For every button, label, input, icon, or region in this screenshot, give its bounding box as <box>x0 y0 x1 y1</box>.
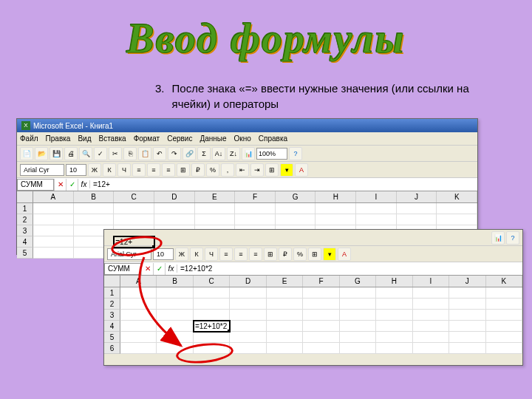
italic-button[interactable]: К <box>103 163 116 177</box>
bold-button[interactable]: Ж <box>175 248 188 261</box>
col-c[interactable]: C <box>114 191 154 202</box>
confirm-icon[interactable]: ✓ <box>153 263 165 275</box>
col-g[interactable]: G <box>276 191 316 202</box>
col-e[interactable]: E <box>267 276 303 287</box>
formula-input[interactable]: =12+10*2 <box>177 265 522 273</box>
help-button[interactable]: ? <box>506 231 519 245</box>
align-left-button[interactable]: ≡ <box>219 248 233 261</box>
menu-insert[interactable]: Вставка <box>98 134 126 143</box>
col-d[interactable]: D <box>230 276 266 287</box>
sum-button[interactable]: Σ <box>197 147 211 160</box>
cancel-icon[interactable]: ✕ <box>141 263 153 275</box>
row-1[interactable]: 1 <box>17 203 33 214</box>
open-button[interactable]: 📂 <box>35 147 48 160</box>
link-button[interactable]: 🔗 <box>183 147 196 160</box>
align-right-button[interactable]: ≡ <box>249 248 262 261</box>
name-box[interactable]: СУММ <box>17 179 54 191</box>
menu-help[interactable]: Справка <box>259 134 287 143</box>
align-right-button[interactable]: ≡ <box>162 163 175 177</box>
preview-button[interactable]: 🔍 <box>79 147 92 160</box>
fill-color-button[interactable]: ▾ <box>323 248 336 261</box>
align-center-button[interactable]: ≡ <box>147 163 160 177</box>
col-j[interactable]: J <box>449 276 485 287</box>
menu-data[interactable]: Данные <box>200 134 226 143</box>
align-left-button[interactable]: ≡ <box>132 163 146 177</box>
help-button[interactable]: ? <box>289 147 302 160</box>
row-5[interactable]: 5 <box>17 248 33 259</box>
cut-button[interactable]: ✂ <box>109 147 122 160</box>
font-size-box[interactable]: 10 <box>66 164 86 176</box>
col-f[interactable]: F <box>235 191 276 202</box>
row-5[interactable]: 5 <box>104 332 120 343</box>
underline-button[interactable]: Ч <box>205 248 218 261</box>
spell-button[interactable]: ✓ <box>94 147 107 160</box>
col-j[interactable]: J <box>397 191 437 202</box>
select-all-corner[interactable] <box>104 276 120 287</box>
col-k[interactable]: K <box>437 191 477 202</box>
save-button[interactable]: 💾 <box>50 147 63 160</box>
percent-button[interactable]: % <box>206 163 219 177</box>
currency-button[interactable]: ₽ <box>279 248 292 261</box>
merge-button[interactable]: ⊞ <box>264 248 277 261</box>
row-6[interactable]: 6 <box>104 343 120 354</box>
col-h[interactable]: H <box>316 191 356 202</box>
menu-file[interactable]: Файл <box>20 134 38 143</box>
menu-view[interactable]: Вид <box>78 134 91 143</box>
chart-button[interactable]: 📊 <box>242 147 255 160</box>
row-3[interactable]: 3 <box>17 225 33 236</box>
col-b[interactable]: B <box>157 276 193 287</box>
borders-button[interactable]: ⊞ <box>265 163 279 177</box>
row-1[interactable]: 1 <box>104 287 120 299</box>
row-4[interactable]: 4 <box>104 321 120 332</box>
percent-button[interactable]: % <box>293 248 307 261</box>
sort-desc-button[interactable]: Z↓ <box>227 147 240 160</box>
italic-button[interactable]: К <box>190 248 203 261</box>
confirm-icon[interactable]: ✓ <box>66 179 78 191</box>
merge-button[interactable]: ⊞ <box>177 163 190 177</box>
menu-window[interactable]: Окно <box>234 134 251 143</box>
col-b[interactable]: B <box>74 191 115 202</box>
active-cell-c4[interactable]: =12+ <box>114 236 154 248</box>
comma-button[interactable]: , <box>221 163 234 177</box>
select-all-corner[interactable] <box>17 191 33 202</box>
bold-button[interactable]: Ж <box>88 163 101 177</box>
font-size-box[interactable]: 10 <box>153 248 174 260</box>
font-name-box[interactable]: Arial Cyr <box>107 248 151 260</box>
col-i[interactable]: I <box>356 191 397 202</box>
col-i[interactable]: I <box>413 276 449 287</box>
indent-dec-button[interactable]: ⇤ <box>236 163 249 177</box>
formula-input[interactable]: =12+ <box>89 180 477 188</box>
active-cell-c4[interactable]: =12+10*2 <box>194 321 230 332</box>
sort-asc-button[interactable]: A↓ <box>212 147 225 160</box>
row-2[interactable]: 2 <box>104 299 120 310</box>
indent-inc-button[interactable]: ⇥ <box>250 163 264 177</box>
borders-button[interactable]: ⊞ <box>308 248 321 261</box>
col-a[interactable]: A <box>33 191 74 202</box>
new-button[interactable]: 📄 <box>20 147 33 160</box>
col-e[interactable]: E <box>195 191 236 202</box>
fx-icon[interactable]: fx <box>165 263 177 275</box>
row-4[interactable]: 4 <box>17 236 33 248</box>
menu-edit[interactable]: Правка <box>46 134 71 143</box>
paste-button[interactable]: 📋 <box>138 147 151 160</box>
cancel-icon[interactable]: ✕ <box>54 179 66 191</box>
chart-button[interactable]: 📊 <box>491 231 505 245</box>
menu-format[interactable]: Формат <box>134 134 160 143</box>
fill-color-button[interactable]: ▾ <box>280 163 293 177</box>
undo-button[interactable]: ↶ <box>153 147 166 160</box>
col-c[interactable]: C <box>194 276 230 287</box>
zoom-box[interactable]: 100% <box>256 148 287 160</box>
col-k[interactable]: K <box>486 276 522 287</box>
col-f[interactable]: F <box>303 276 339 287</box>
fx-icon[interactable]: fx <box>78 179 89 191</box>
copy-button[interactable]: ⎘ <box>123 147 137 160</box>
align-center-button[interactable]: ≡ <box>234 248 248 261</box>
font-color-button[interactable]: A <box>338 248 351 261</box>
col-a[interactable]: A <box>120 276 157 287</box>
underline-button[interactable]: Ч <box>117 163 131 177</box>
col-g[interactable]: G <box>340 276 376 287</box>
name-box[interactable]: СУММ <box>104 263 141 275</box>
currency-button[interactable]: ₽ <box>191 163 205 177</box>
col-h[interactable]: H <box>376 276 412 287</box>
print-button[interactable]: 🖨 <box>64 147 78 160</box>
